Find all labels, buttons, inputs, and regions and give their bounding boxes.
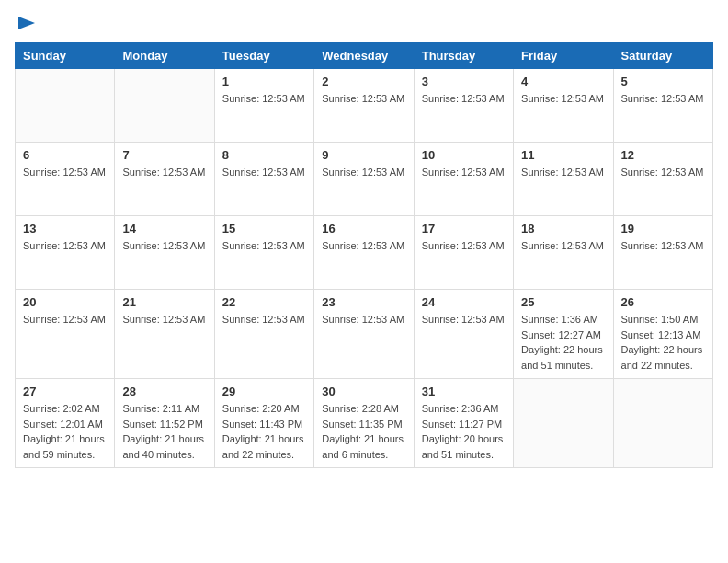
day-number: 6: [23, 148, 107, 162]
calendar-cell: 5Sunrise: 12:53 AM: [613, 69, 712, 143]
day-info: Sunrise: 12:53 AM: [322, 165, 405, 180]
day-number: 29: [222, 385, 306, 398]
day-info: Sunrise: 12:53 AM: [422, 238, 506, 254]
day-number: 24: [422, 295, 506, 309]
day-info: Sunrise: 2:36 AMSunset: 11:27 PMDaylight…: [422, 401, 506, 462]
calendar-cell: 21Sunrise: 12:53 AM: [115, 290, 214, 379]
svg-marker-0: [18, 17, 35, 29]
calendar-cell: [115, 69, 214, 143]
day-number: 13: [23, 222, 107, 236]
weekday-header-friday: Friday: [514, 43, 613, 69]
calendar-cell: 31Sunrise: 2:36 AMSunset: 11:27 PMDaylig…: [414, 379, 513, 468]
calendar-cell: 18Sunrise: 12:53 AM: [514, 216, 613, 290]
calendar-cell: 25Sunrise: 1:36 AMSunset: 12:27 AMDaylig…: [514, 290, 613, 379]
day-info: Sunrise: 12:53 AM: [23, 312, 107, 327]
day-number: 3: [422, 75, 506, 88]
day-info: Sunrise: 1:50 AMSunset: 12:13 AMDaylight…: [621, 312, 705, 373]
day-info: Sunrise: 12:53 AM: [422, 91, 506, 107]
day-number: 12: [621, 148, 705, 162]
week-row-3: 13Sunrise: 12:53 AM14Sunrise: 12:53 AM15…: [16, 216, 713, 290]
day-number: 4: [521, 75, 605, 88]
calendar-cell: 16Sunrise: 12:53 AM: [314, 216, 414, 290]
day-info: Sunrise: 12:53 AM: [222, 91, 306, 107]
day-info: Sunrise: 1:36 AMSunset: 12:27 AMDaylight…: [521, 312, 605, 373]
day-info: Sunrise: 12:53 AM: [23, 238, 107, 254]
day-number: 21: [122, 295, 206, 309]
calendar-cell: 6Sunrise: 12:53 AM: [16, 143, 115, 216]
weekday-header-thursday: Thursday: [414, 43, 513, 69]
calendar-cell: [16, 69, 115, 143]
day-info: Sunrise: 12:53 AM: [322, 312, 405, 327]
day-number: 8: [222, 148, 306, 162]
day-number: 11: [521, 148, 605, 162]
day-info: Sunrise: 12:53 AM: [322, 91, 405, 107]
day-number: 17: [422, 222, 506, 236]
weekday-header-row: SundayMondayTuesdayWednesdayThursdayFrid…: [16, 43, 713, 69]
day-number: 28: [122, 385, 206, 398]
calendar-cell: 8Sunrise: 12:53 AM: [214, 143, 313, 216]
day-info: Sunrise: 2:02 AMSunset: 12:01 AMDaylight…: [23, 401, 107, 462]
day-number: 20: [23, 295, 107, 309]
calendar-cell: 12Sunrise: 12:53 AM: [613, 143, 712, 216]
calendar-cell: 15Sunrise: 12:53 AM: [214, 216, 313, 290]
page-header: [15, 15, 713, 31]
day-number: 5: [621, 75, 705, 88]
day-info: Sunrise: 12:53 AM: [422, 312, 506, 327]
day-info: Sunrise: 2:28 AMSunset: 11:35 PMDaylight…: [322, 401, 405, 462]
day-info: Sunrise: 12:53 AM: [122, 312, 206, 327]
day-info: Sunrise: 12:53 AM: [521, 238, 605, 254]
week-row-5: 27Sunrise: 2:02 AMSunset: 12:01 AMDaylig…: [16, 379, 713, 468]
day-info: Sunrise: 2:11 AMSunset: 11:52 PMDaylight…: [122, 401, 206, 462]
week-row-1: 1Sunrise: 12:53 AM2Sunrise: 12:53 AM3Sun…: [16, 69, 713, 143]
day-number: 27: [23, 385, 107, 398]
weekday-header-monday: Monday: [115, 43, 214, 69]
day-info: Sunrise: 12:53 AM: [222, 312, 306, 327]
calendar-cell: 1Sunrise: 12:53 AM: [214, 69, 313, 143]
calendar-cell: 14Sunrise: 12:53 AM: [115, 216, 214, 290]
day-info: Sunrise: 12:53 AM: [23, 165, 107, 180]
day-number: 26: [621, 295, 705, 309]
day-info: Sunrise: 12:53 AM: [122, 238, 206, 254]
calendar-cell: 29Sunrise: 2:20 AMSunset: 11:43 PMDaylig…: [214, 379, 313, 468]
weekday-header-wednesday: Wednesday: [314, 43, 414, 69]
weekday-header-sunday: Sunday: [16, 43, 115, 69]
calendar-cell: 17Sunrise: 12:53 AM: [414, 216, 513, 290]
day-number: 16: [322, 222, 405, 236]
calendar-cell: 4Sunrise: 12:53 AM: [514, 69, 613, 143]
day-number: 18: [521, 222, 605, 236]
calendar-cell: 27Sunrise: 2:02 AMSunset: 12:01 AMDaylig…: [16, 379, 115, 468]
day-info: Sunrise: 12:53 AM: [322, 238, 405, 254]
logo: [15, 15, 37, 31]
day-info: Sunrise: 12:53 AM: [422, 165, 506, 180]
calendar-cell: 13Sunrise: 12:53 AM: [16, 216, 115, 290]
day-info: Sunrise: 2:20 AMSunset: 11:43 PMDaylight…: [222, 401, 306, 462]
weekday-header-tuesday: Tuesday: [214, 43, 313, 69]
day-number: 30: [322, 385, 405, 398]
day-number: 9: [322, 148, 405, 162]
calendar-cell: 7Sunrise: 12:53 AM: [115, 143, 214, 216]
calendar-cell: 30Sunrise: 2:28 AMSunset: 11:35 PMDaylig…: [314, 379, 414, 468]
day-number: 15: [222, 222, 306, 236]
day-info: Sunrise: 12:53 AM: [222, 165, 306, 180]
day-number: 1: [222, 75, 306, 88]
day-number: 31: [422, 385, 506, 398]
week-row-4: 20Sunrise: 12:53 AM21Sunrise: 12:53 AM22…: [16, 290, 713, 379]
day-number: 10: [422, 148, 506, 162]
calendar-cell: 2Sunrise: 12:53 AM: [314, 69, 414, 143]
calendar-cell: 26Sunrise: 1:50 AMSunset: 12:13 AMDaylig…: [613, 290, 712, 379]
day-info: Sunrise: 12:53 AM: [222, 238, 306, 254]
calendar-cell: 24Sunrise: 12:53 AM: [414, 290, 513, 379]
calendar-cell: 22Sunrise: 12:53 AM: [214, 290, 313, 379]
calendar-cell: 19Sunrise: 12:53 AM: [613, 216, 712, 290]
weekday-header-saturday: Saturday: [613, 43, 712, 69]
day-number: 19: [621, 222, 705, 236]
day-info: Sunrise: 12:53 AM: [122, 165, 206, 180]
day-info: Sunrise: 12:53 AM: [621, 238, 705, 254]
day-number: 14: [122, 222, 206, 236]
day-number: 2: [322, 75, 405, 88]
day-info: Sunrise: 12:53 AM: [521, 91, 605, 107]
day-info: Sunrise: 12:53 AM: [621, 165, 705, 180]
day-number: 7: [122, 148, 206, 162]
day-info: Sunrise: 12:53 AM: [521, 165, 605, 180]
calendar-cell: 23Sunrise: 12:53 AM: [314, 290, 414, 379]
